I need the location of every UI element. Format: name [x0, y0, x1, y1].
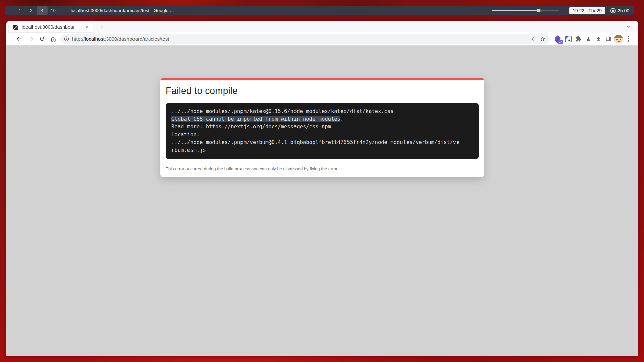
timer-pause-icon [610, 8, 616, 13]
extension-purple-icon[interactable]: 27 [553, 34, 563, 44]
profile-avatar[interactable] [613, 34, 624, 44]
downloads-icon[interactable] [593, 34, 603, 44]
tab-strip: localhost:3000/dashboar ✕ + [6, 21, 638, 32]
share-icon[interactable] [528, 35, 538, 43]
workspace-button-10[interactable]: 10 [48, 6, 59, 15]
bookmark-star-icon[interactable] [538, 35, 548, 43]
browser-toolbar: http://localhost:3000/dashboard/articles… [6, 32, 638, 46]
code-line: rbum.esm.js [171, 146, 473, 154]
extension-badge: 27 [558, 40, 563, 44]
browser-window: localhost:3000/dashboar ✕ + [6, 21, 638, 356]
extensions-puzzle-icon[interactable] [573, 34, 583, 44]
timer-widget: 25:00 [610, 8, 629, 13]
code-line: ../../node_modules/.pnpm/verbum@0.4.1_bi… [171, 139, 473, 146]
slider-fill [492, 10, 539, 11]
taskbar: 12410 localhost:3000/dashboard/articles/… [5, 6, 634, 15]
clock-display: 19:22 - Thu29 [569, 7, 605, 14]
workspace-switcher: 12410 [14, 6, 59, 15]
slider-handle[interactable] [537, 9, 541, 12]
error-code-block: ../../node_modules/.pnpm/katex@0.15.6/no… [166, 103, 479, 159]
reload-button[interactable] [38, 34, 46, 44]
code-line: ../../node_modules/.pnpm/katex@0.15.6/no… [171, 108, 473, 115]
home-button[interactable] [49, 34, 58, 44]
code-line: Location: [171, 131, 473, 139]
code-line: Global CSS cannot be imported from withi… [171, 115, 473, 123]
extension-privacy-lock-icon[interactable] [563, 34, 573, 44]
url-text[interactable]: http://localhost:3000/dashboard/articles… [72, 36, 528, 42]
new-tab-button[interactable]: + [97, 22, 107, 32]
workspace-button-4[interactable]: 4 [37, 6, 48, 15]
site-favicon-icon [13, 25, 18, 30]
back-button[interactable] [15, 34, 23, 44]
timer-value: 25:00 [618, 8, 629, 13]
page-viewport: Failed to compile ../../node_modules/.pn… [6, 46, 638, 356]
workspace-button-1[interactable]: 1 [14, 6, 25, 15]
error-overlay-dialog: Failed to compile ../../node_modules/.pn… [160, 78, 484, 177]
workspace-button-2[interactable]: 2 [25, 6, 37, 15]
flask-icon[interactable] [583, 34, 593, 44]
desktop: 12410 localhost:3000/dashboard/articles/… [0, 0, 644, 362]
active-window-title: localhost:3000/dashboard/articles/test -… [71, 8, 174, 13]
code-line: Read more: https://nextjs.org/docs/messa… [171, 123, 473, 131]
error-footer-note: This error occurred during the build pro… [160, 159, 484, 177]
browser-menu-icon[interactable] [624, 34, 634, 44]
forward-button[interactable] [26, 34, 35, 44]
tab-title: localhost:3000/dashboar [22, 24, 83, 30]
error-title: Failed to compile [160, 80, 484, 96]
side-panel-icon[interactable] [603, 34, 613, 44]
tab-close-icon[interactable]: ✕ [83, 24, 90, 31]
url-bar[interactable]: http://localhost:3000/dashboard/articles… [60, 34, 550, 44]
tab-search-chevron-icon[interactable] [625, 23, 632, 30]
taskbar-slider[interactable] [492, 9, 559, 12]
site-info-icon[interactable] [64, 36, 69, 42]
browser-tab[interactable]: localhost:3000/dashboar ✕ [9, 22, 93, 32]
